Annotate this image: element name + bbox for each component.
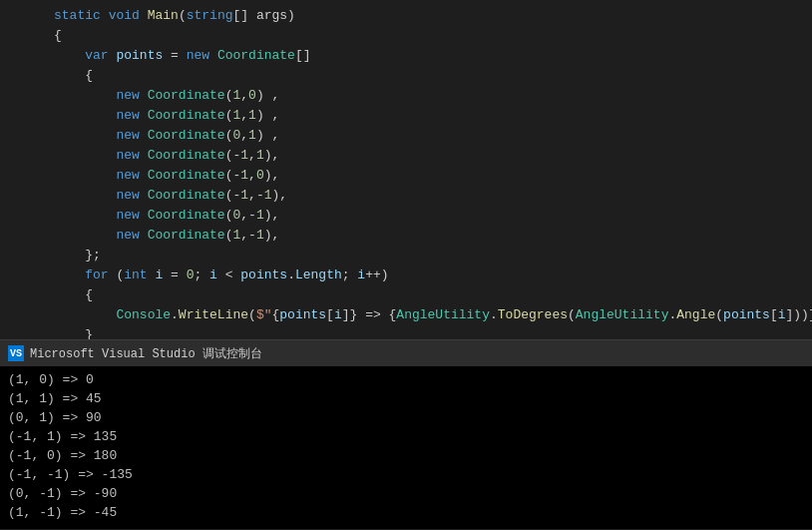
- code-line: static void Main(string[] args): [0, 6, 812, 26]
- code-line: {: [0, 285, 812, 305]
- code-line: new Coordinate(0,1) ,: [0, 126, 812, 146]
- line-content: new Coordinate(0,1) ,: [54, 126, 279, 146]
- line-content: {: [54, 26, 62, 46]
- output-line: (-1, 1) => 135: [8, 427, 804, 446]
- code-line: {: [0, 26, 812, 46]
- code-line: {: [0, 66, 812, 86]
- code-line: new Coordinate(1,1) ,: [0, 106, 812, 126]
- code-line: new Coordinate(1,0) ,: [0, 86, 812, 106]
- line-content: }: [54, 325, 93, 339]
- line-content: new Coordinate(1,-1),: [54, 226, 279, 246]
- path-line: D:\jackletter\codes\TestSln\AutoDecompos…: [8, 526, 804, 529]
- line-content: for (int i = 0; i < points.Length; i++): [54, 265, 389, 285]
- console-output: (1, 0) => 0(1, 1) => 45(0, 1) => 90(-1, …: [0, 366, 812, 529]
- code-line: }: [0, 325, 812, 339]
- output-line: (1, 1) => 45: [8, 389, 804, 408]
- output-line: (-1, 0) => 180: [8, 446, 804, 465]
- console-title: Microsoft Visual Studio 调试控制台: [30, 345, 262, 362]
- line-content: new Coordinate(1,0) ,: [54, 86, 279, 106]
- code-editor[interactable]: static void Main(string[] args){ var poi…: [0, 0, 812, 339]
- line-content: new Coordinate(0,-1),: [54, 206, 279, 226]
- line-content: Console.WriteLine($"{points[i]} => {Angl…: [54, 305, 812, 325]
- code-line: var points = new Coordinate[]: [0, 46, 812, 66]
- line-content: new Coordinate(1,1) ,: [54, 106, 279, 126]
- code-line: new Coordinate(0,-1),: [0, 206, 812, 226]
- line-content: {: [54, 66, 93, 86]
- line-content: new Coordinate(-1,-1),: [54, 186, 287, 206]
- output-line: (1, 0) => 0: [8, 370, 804, 389]
- line-content: static void Main(string[] args): [54, 6, 295, 26]
- code-line: Console.WriteLine($"{points[i]} => {Angl…: [0, 305, 812, 325]
- code-line: };: [0, 246, 812, 265]
- code-line: new Coordinate(-1,1),: [0, 146, 812, 166]
- code-line: for (int i = 0; i < points.Length; i++): [0, 265, 812, 285]
- line-content: };: [54, 246, 101, 265]
- line-content: new Coordinate(-1,1),: [54, 146, 279, 166]
- code-line: new Coordinate(-1,0),: [0, 166, 812, 186]
- console-header: VS Microsoft Visual Studio 调试控制台: [0, 340, 812, 366]
- line-content: var points = new Coordinate[]: [54, 46, 311, 66]
- output-line: (0, -1) => -90: [8, 484, 804, 503]
- code-line: new Coordinate(1,-1),: [0, 226, 812, 246]
- vs-icon: VS: [8, 345, 24, 361]
- output-line: (0, 1) => 90: [8, 408, 804, 427]
- debug-console: VS Microsoft Visual Studio 调试控制台 (1, 0) …: [0, 339, 812, 529]
- output-line: (-1, -1) => -135: [8, 465, 804, 484]
- code-line: new Coordinate(-1,-1),: [0, 186, 812, 206]
- line-content: {: [54, 285, 93, 305]
- line-content: new Coordinate(-1,0),: [54, 166, 279, 186]
- output-line: (1, -1) => -45: [8, 503, 804, 522]
